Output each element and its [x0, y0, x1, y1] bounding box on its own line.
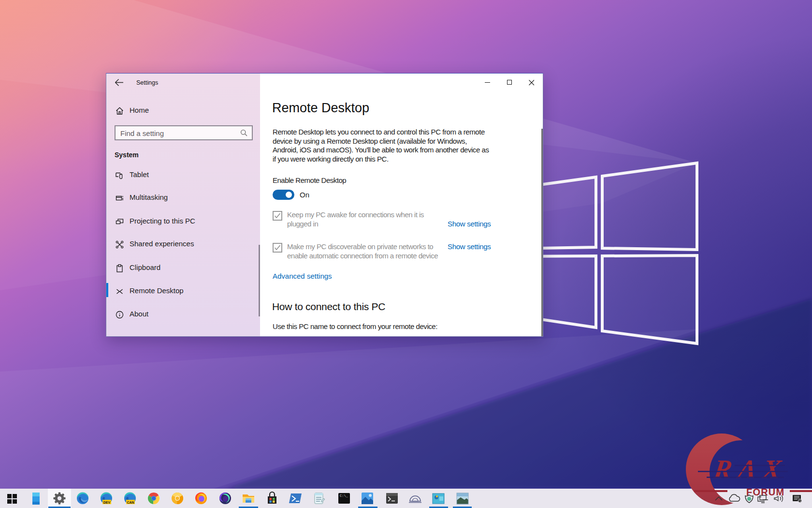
svg-text:RAX: RAX — [711, 454, 790, 484]
svg-text:C:\_: C:\_ — [340, 494, 348, 498]
svg-text:CAN: CAN — [127, 501, 134, 504]
svg-text:DEV: DEV — [103, 501, 111, 504]
